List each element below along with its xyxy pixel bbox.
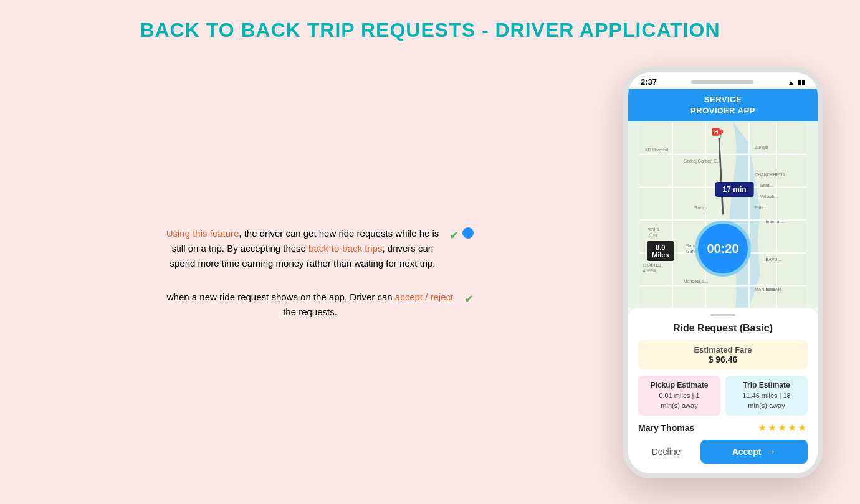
estimated-fare-value: $ 96.46	[643, 354, 803, 364]
svg-text:Pate...: Pate...	[755, 206, 767, 210]
svg-text:Internat...: Internat...	[766, 219, 785, 224]
svg-text:H: H	[714, 130, 718, 136]
wifi-icon: ▲	[788, 78, 795, 86]
accept-label: Accept	[732, 447, 762, 457]
timer-text: 00:20	[707, 242, 738, 256]
svg-text:Zungal: Zungal	[755, 145, 768, 150]
estimated-fare-label: Estimated Fare	[643, 345, 803, 354]
pickup-estimate-box: Pickup Estimate 0.01 miles | 1min(s) awa…	[638, 376, 720, 416]
estimates-row: Pickup Estimate 0.01 miles | 1min(s) awa…	[638, 376, 808, 416]
svg-text:abad: abad	[766, 288, 776, 292]
app-header-title: SERVICE PROVIDER APP	[628, 94, 818, 116]
svg-text:CHANDKHEDA: CHANDKHEDA	[755, 173, 785, 177]
svg-text:Sardi...: Sardi...	[760, 184, 774, 188]
connector-dot-1	[462, 227, 474, 239]
svg-text:સોલા: સોલા	[648, 232, 657, 237]
trip-estimate-value: 11.46 miles | 18min(s) away	[730, 391, 803, 411]
estimated-fare-box: Estimated Fare $ 96.46	[638, 340, 808, 369]
user-row: Mary Thomas ★★★★★	[638, 422, 808, 434]
svg-text:Mondeal S...: Mondeal S...	[684, 280, 708, 284]
text-block-1: Using this feature, the driver can get n…	[162, 226, 474, 271]
svg-text:KD Hospital: KD Hospital	[645, 148, 668, 153]
phone-mockup: 2:37 ▲ ▮▮ SERVICE PROVIDER APP	[623, 67, 823, 478]
sheet-handle	[710, 314, 735, 316]
text-block-2-content: when a new ride request shows on the app…	[162, 290, 458, 320]
pickup-estimate-value: 0.01 miles | 1min(s) away	[643, 391, 715, 411]
map-area: 📍 KD Hospital Godrej Garden C... Zungal …	[628, 121, 818, 308]
svg-text:THALTEJ: THALTEJ	[643, 263, 661, 267]
status-bar: 2:37 ▲ ▮▮	[628, 72, 818, 89]
svg-text:Vallabh...: Vallabh...	[760, 194, 778, 199]
trip-estimate-label: Trip Estimate	[730, 381, 803, 389]
ride-request-title: Ride Request (Basic)	[638, 323, 808, 334]
text-block-2: when a new ride request shows on the app…	[162, 290, 474, 320]
svg-text:थालतेज: थालतेज	[643, 268, 656, 273]
user-name: Mary Thomas	[638, 423, 694, 433]
svg-text:BAPU...: BAPU...	[766, 258, 781, 262]
svg-text:Ranip: Ranip	[694, 206, 705, 211]
bottom-sheet: Ride Request (Basic) Estimated Fare $ 96…	[628, 308, 818, 473]
status-time: 2:37	[641, 77, 657, 87]
phone-frame: 2:37 ▲ ▮▮ SERVICE PROVIDER APP	[623, 67, 823, 478]
phone-notch	[691, 80, 753, 84]
svg-text:SOLA: SOLA	[648, 227, 660, 232]
app-header: SERVICE PROVIDER APP	[628, 89, 818, 121]
distance-unit: Miles	[652, 251, 669, 259]
content-area: Using this feature, the driver can get n…	[0, 42, 860, 504]
status-icons: ▲ ▮▮	[788, 78, 805, 86]
page-title: BACK TO BACK TRIP REQUESTS - DRIVER APPL…	[140, 19, 720, 42]
user-stars: ★★★★★	[758, 422, 808, 434]
map-svg: 📍 KD Hospital Godrej Garden C... Zungal …	[628, 121, 818, 308]
battery-icon: ▮▮	[798, 78, 805, 86]
left-panel: Using this feature, the driver can get n…	[37, 226, 623, 320]
pickup-estimate-label: Pickup Estimate	[643, 381, 715, 389]
distance-badge: 8.0 Miles	[647, 241, 674, 261]
decline-button[interactable]: Decline	[638, 440, 694, 463]
arrow-right-icon: →	[766, 446, 776, 457]
distance-value: 8.0	[652, 244, 669, 251]
accept-button[interactable]: Accept →	[700, 440, 808, 464]
time-badge: 17 min	[715, 182, 754, 197]
trip-estimate-box: Trip Estimate 11.46 miles | 18min(s) awa…	[725, 376, 808, 416]
check-icon-2: ✔	[464, 292, 474, 306]
action-row: Decline Accept →	[638, 440, 808, 464]
text-block-1-content: Using this feature, the driver can get n…	[162, 226, 443, 271]
svg-text:Godrej Garden C...: Godrej Garden C...	[684, 159, 720, 164]
check-icon-1: ✔	[449, 229, 459, 242]
timer-circle: 00:20	[695, 221, 751, 277]
